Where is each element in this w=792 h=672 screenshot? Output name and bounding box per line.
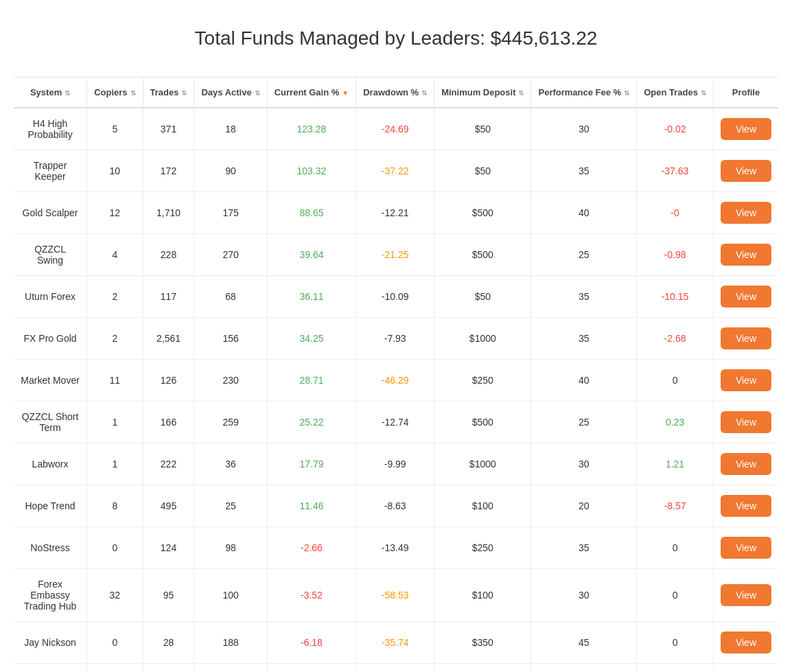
view-button[interactable]: View: [721, 202, 771, 224]
current-gain-value: -99.95: [267, 664, 356, 673]
min-deposit-value: $100: [434, 569, 531, 622]
drawdown-value: -10.09: [356, 276, 434, 318]
perf-fee-value: 35: [531, 318, 637, 360]
drawdown-value: -21.25: [356, 234, 434, 276]
table-row: Forex Embassy Trading Hub3295100-3.52-58…: [14, 569, 778, 622]
copiers-value: 11: [87, 360, 143, 402]
perf-fee-value: 35: [531, 150, 637, 192]
current-gain-value: -2.66: [267, 527, 356, 569]
table-row: H4 High Probability537118123.28-24.69$50…: [14, 108, 778, 150]
copiers-value: 0: [87, 527, 143, 569]
trades-value: 166: [143, 402, 194, 443]
drawdown-value: -9.99: [356, 443, 434, 485]
col-header-system[interactable]: System ⇅: [14, 78, 87, 108]
trades-value: 228: [143, 234, 194, 276]
profile-cell: View: [713, 622, 778, 664]
view-button[interactable]: View: [721, 118, 771, 140]
col-header-copiers[interactable]: Copiers ⇅: [87, 78, 143, 108]
view-button[interactable]: View: [721, 369, 771, 391]
current-gain-value: 28.71: [267, 360, 356, 402]
system-name: Uturn Forex: [14, 276, 87, 318]
perf-fee-value: 40: [531, 192, 637, 234]
view-button[interactable]: View: [721, 632, 771, 653]
open-trades-value: -37.63: [637, 150, 714, 192]
min-deposit-value: $250: [434, 360, 531, 402]
current-gain-value: 25.22: [267, 402, 356, 443]
system-name: Hope Trend: [14, 485, 87, 527]
copiers-value: 4: [87, 234, 143, 276]
col-header-daysActive[interactable]: Days Active ⇅: [194, 78, 267, 108]
sort-icon-minDeposit: ⇅: [518, 89, 524, 97]
sort-icon-perfFee: ⇅: [624, 89, 629, 97]
profile-cell: View: [713, 234, 778, 276]
col-header-perfFee[interactable]: Performance Fee % ⇅: [531, 78, 637, 108]
trades-value: 126: [143, 360, 194, 402]
current-gain-value: 123.28: [267, 108, 356, 150]
view-button[interactable]: View: [721, 537, 771, 559]
min-deposit-value: $250: [434, 527, 531, 569]
perf-fee-value: 30: [531, 569, 637, 622]
table-row: QZZCL Swing422827039.64-21.25$50025-0.98…: [14, 234, 778, 276]
table-row: Uturn Forex21176836.11-10.09$5035-10.15V…: [14, 276, 778, 318]
col-header-openTrades[interactable]: Open Trades ⇅: [637, 78, 714, 108]
days-active-value: 259: [194, 402, 267, 443]
current-gain-value: 17.79: [267, 443, 356, 485]
view-button[interactable]: View: [721, 286, 771, 308]
perf-fee-value: 30: [531, 443, 637, 485]
table-row: NoStress012498-2.66-13.49$250350View: [14, 527, 778, 569]
view-button[interactable]: View: [721, 160, 771, 182]
profile-cell: View: [713, 318, 778, 360]
trades-value: 2,140: [143, 664, 194, 673]
drawdown-value: -35.74: [356, 622, 434, 664]
drawdown-value: -7.93: [356, 318, 434, 360]
col-header-currentGain[interactable]: Current Gain % ▼: [267, 78, 356, 108]
min-deposit-value: $50: [434, 108, 531, 150]
table-row: Jay Nickson028188-6.18-35.74$350450View: [14, 622, 778, 664]
col-header-minDeposit[interactable]: Minimum Deposit ⇅: [434, 78, 531, 108]
copiers-value: 12: [87, 192, 143, 234]
trades-value: 2,561: [143, 318, 194, 360]
sort-icon-openTrades: ⇅: [701, 89, 706, 97]
profile-cell: View: [713, 664, 778, 673]
open-trades-value: -0: [637, 192, 714, 234]
col-header-drawdown[interactable]: Drawdown % ⇅: [356, 78, 434, 108]
perf-fee-value: 20: [531, 485, 637, 527]
system-name: QZZCL Short Term: [14, 402, 87, 443]
days-active-value: 90: [194, 150, 267, 192]
table-row: Gold Scalper121,71017588.65-12.21$50040-…: [14, 192, 778, 234]
view-button[interactable]: View: [721, 495, 771, 517]
table-row: FX Pro Gold22,56115634.25-7.93$100035-2.…: [14, 318, 778, 360]
trades-value: 1,710: [143, 192, 194, 234]
view-button[interactable]: View: [721, 584, 771, 606]
trades-value: 371: [143, 108, 194, 150]
col-header-trades[interactable]: Trades ⇅: [143, 78, 194, 108]
drawdown-value: -46.29: [356, 360, 434, 402]
drawdown-value: -12.21: [356, 192, 434, 234]
copiers-value: 10: [87, 150, 143, 192]
open-trades-value: -37.29: [637, 664, 714, 673]
perf-fee-value: 30: [531, 664, 637, 673]
table-row: Hope Trend84952511.46-8.63$10020-8.57Vie…: [14, 485, 778, 527]
profile-cell: View: [713, 443, 778, 485]
system-name: Forex Embassy Trading Hub: [14, 569, 87, 622]
open-trades-value: -0.02: [637, 108, 714, 150]
col-header-profile: Profile: [713, 78, 778, 108]
system-name: Jay Nickson: [14, 622, 87, 664]
trades-value: 495: [143, 485, 194, 527]
sort-icon-copiers: ⇅: [130, 89, 136, 97]
copiers-value: 32: [87, 569, 143, 622]
current-gain-value: 34.25: [267, 318, 356, 360]
min-deposit-value: $50: [434, 150, 531, 192]
min-deposit-value: $50: [434, 276, 531, 318]
view-button[interactable]: View: [721, 327, 771, 349]
drawdown-value: -12.74: [356, 402, 434, 443]
system-name: Market Mover: [14, 360, 87, 402]
view-button[interactable]: View: [721, 244, 771, 266]
days-active-value: 188: [194, 622, 267, 664]
view-button[interactable]: View: [721, 411, 771, 433]
table-row: 4 Hour Breakout Nader332,14059-99.95-99.…: [14, 664, 778, 673]
min-deposit-value: $500: [434, 402, 531, 443]
view-button[interactable]: View: [721, 453, 771, 475]
sort-icon-system: ⇅: [65, 89, 70, 97]
min-deposit-value: $1000: [434, 443, 531, 485]
